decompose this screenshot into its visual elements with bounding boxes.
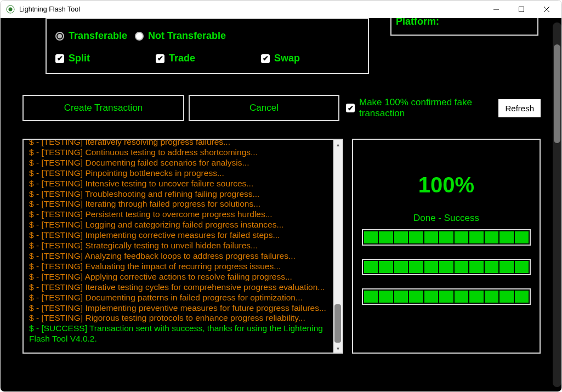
log-line: $ - [TESTING] Applying corrective action… <box>29 272 331 282</box>
log-line: $ - [TESTING] Implementing preventive me… <box>29 303 331 314</box>
progress-segment <box>499 291 513 303</box>
checkbox-fake-transaction[interactable]: ✔ <box>346 104 355 112</box>
log-line: $ - [TESTING] Logging and categorizing f… <box>29 220 331 230</box>
progress-segment <box>379 231 393 243</box>
progress-segment <box>499 261 513 273</box>
checkbox-icon: ✔ <box>55 54 64 63</box>
checkbox-icon: ✔ <box>261 54 270 63</box>
progress-segment <box>455 231 468 243</box>
checkbox-trade-label: Trade <box>169 53 195 64</box>
cancel-label: Cancel <box>249 103 279 113</box>
scroll-up-icon[interactable]: ▴ <box>333 140 342 149</box>
progress-segment <box>439 261 453 273</box>
radio-transferable-label: Transferable <box>69 30 127 42</box>
log-line: $ - [TESTING] Pinpointing bottlenecks in… <box>29 168 331 179</box>
checkbox-split-label: Split <box>69 53 90 64</box>
checkbox-split[interactable]: ✔ Split <box>55 53 90 64</box>
progress-segment <box>485 261 498 273</box>
radio-icon <box>135 32 144 41</box>
progress-segment <box>515 291 529 303</box>
progress-segment <box>364 261 378 273</box>
log-scroll-thumb[interactable] <box>334 304 341 343</box>
log-line: $ - [TESTING] Rigorous testing protocols… <box>29 313 331 323</box>
log-line: $ - [TESTING] Strategically testing to u… <box>29 241 331 251</box>
progress-percent: 100% <box>418 173 474 197</box>
scroll-down-icon[interactable]: ▾ <box>333 344 342 353</box>
checkbox-swap-label: Swap <box>274 53 300 64</box>
maximize-button[interactable] <box>509 1 534 18</box>
progress-segment <box>424 261 438 273</box>
minimize-button[interactable] <box>484 1 509 18</box>
create-transaction-button[interactable]: Create Transaction <box>22 95 184 121</box>
progress-bar <box>362 259 531 275</box>
log-line: $ - [TESTING] Evaluating the impact of r… <box>29 262 331 272</box>
platform-label: Platform: <box>396 18 439 27</box>
log-line: $ - [TESTING] Iteratively resolving prog… <box>29 140 331 147</box>
checkbox-icon: ✔ <box>156 54 164 63</box>
progress-segment <box>485 291 498 303</box>
status-panel: 100% Done - Success <box>352 139 541 354</box>
checkbox-icon: ✔ <box>346 104 355 112</box>
progress-segment <box>424 231 438 243</box>
progress-segment <box>439 291 453 303</box>
refresh-button[interactable]: Refresh <box>498 99 541 117</box>
platform-panel: Platform: <box>390 18 538 36</box>
log-line: $ - [TESTING] Analyzing feedback loops t… <box>29 251 331 262</box>
log-line: $ - [TESTING] Iterative testing cycles f… <box>29 282 331 293</box>
progress-segment <box>364 231 378 243</box>
titlebar: Lightning Flash Tool <box>1 1 561 18</box>
fake-transaction-label: Make 100% confirmed fake transaction <box>359 97 491 120</box>
cancel-button[interactable]: Cancel <box>189 95 339 121</box>
radio-not-transferable-label: Not Transferable <box>148 30 226 42</box>
progress-segment <box>469 261 483 273</box>
close-button[interactable] <box>534 1 559 18</box>
log-panel: $ - [TESTING] Iteratively resolving prog… <box>22 139 343 354</box>
window-title: Lightning Flash Tool <box>19 5 80 13</box>
svg-rect-3 <box>519 7 524 12</box>
progress-segment <box>409 261 423 273</box>
checkbox-swap[interactable]: ✔ Swap <box>261 53 300 64</box>
progress-segment <box>364 291 378 303</box>
progress-segment <box>515 231 529 243</box>
window-scroll-thumb[interactable] <box>554 44 560 143</box>
svg-point-1 <box>9 8 13 12</box>
log-line: $ - [TESTING] Documenting patterns in fa… <box>29 293 331 303</box>
checkbox-trade[interactable]: ✔ Trade <box>156 53 195 64</box>
progress-segment <box>379 291 393 303</box>
log-line: $ - [TESTING] Persistent testing to over… <box>29 209 331 220</box>
progress-bar <box>362 229 531 246</box>
log-line: $ - [TESTING] Implementing corrective me… <box>29 230 331 241</box>
progress-segment <box>424 291 438 303</box>
radio-transferable[interactable]: Transferable <box>55 30 127 42</box>
window-scrollbar[interactable] <box>553 22 561 387</box>
create-transaction-label: Create Transaction <box>64 103 143 113</box>
progress-segment <box>394 291 408 303</box>
app-icon <box>6 5 15 14</box>
progress-segment <box>515 261 529 273</box>
log-line: $ - [TESTING] Iterating through failed p… <box>29 199 331 209</box>
radio-icon <box>55 32 64 41</box>
log-output: $ - [TESTING] Iteratively resolving prog… <box>24 140 333 353</box>
refresh-label: Refresh <box>505 104 534 113</box>
log-line: $ - [TESTING] Continuous testing to addr… <box>29 147 331 158</box>
status-label: Done - Success <box>413 213 479 224</box>
progress-segment <box>485 231 498 243</box>
progress-segment <box>455 261 468 273</box>
progress-segment <box>394 231 408 243</box>
log-line-success: $ - [SUCCESS] Transaction sent with succ… <box>29 323 331 344</box>
progress-segment <box>409 291 423 303</box>
log-line: $ - [TESTING] Documenting failed scenari… <box>29 158 331 168</box>
progress-segment <box>379 261 393 273</box>
progress-segment <box>409 231 423 243</box>
options-panel: Transferable Not Transferable ✔ Split ✔ … <box>46 18 369 74</box>
progress-bar <box>362 288 531 305</box>
radio-not-transferable[interactable]: Not Transferable <box>135 30 226 42</box>
progress-segment <box>469 291 483 303</box>
progress-segment <box>439 231 453 243</box>
log-line: $ - [TESTING] Troubleshooting and refini… <box>29 189 331 200</box>
progress-segment <box>499 231 513 243</box>
progress-segment <box>394 261 408 273</box>
log-scrollbar[interactable]: ▴ ▾ <box>333 140 342 353</box>
progress-segment <box>455 291 468 303</box>
progress-segment <box>469 231 483 243</box>
